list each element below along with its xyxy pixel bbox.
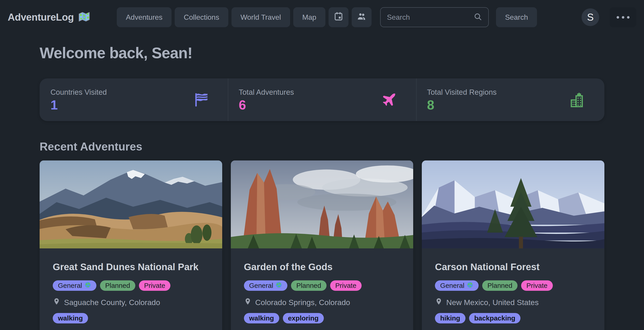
nav-world-travel-button[interactable]: World Travel xyxy=(232,7,290,27)
card-title: Great Sand Dunes National Park xyxy=(53,260,209,274)
visibility-badge: Private xyxy=(139,280,170,291)
map-pin-icon xyxy=(435,298,442,307)
map-icon xyxy=(78,11,90,23)
plane-icon xyxy=(381,92,397,108)
card-image-illustration xyxy=(422,160,604,248)
main-content: Welcome back, Sean! Countries Visited 1 … xyxy=(0,44,644,330)
nav-collections-button[interactable]: Collections xyxy=(175,7,228,27)
globe-icon xyxy=(84,281,91,290)
card-image-illustration xyxy=(231,160,414,248)
search-submit-button[interactable]: Search xyxy=(496,7,537,27)
city-icon xyxy=(568,91,586,108)
card-body: Great Sand Dunes National Park General xyxy=(40,248,222,330)
globe-icon xyxy=(276,281,282,290)
stat-label: Countries Visited xyxy=(50,88,107,97)
stat-value: 6 xyxy=(239,98,294,111)
card-body: Carson National Forest General xyxy=(422,248,604,330)
calendar-icon xyxy=(333,11,344,23)
status-badge: Planned xyxy=(482,280,518,291)
stat-value: 8 xyxy=(427,98,497,111)
adventure-card[interactable]: Carson National Forest General xyxy=(422,160,604,330)
more-menu-button[interactable] xyxy=(610,7,636,27)
adventure-card[interactable]: Garden of the Gods General xyxy=(231,160,414,330)
flag-icon xyxy=(194,92,209,107)
search-input[interactable] xyxy=(386,13,469,22)
ellipsis-icon xyxy=(616,16,630,19)
search-field xyxy=(380,7,489,27)
adventure-cards: Great Sand Dunes National Park General xyxy=(40,160,604,330)
stat-countries-visited: Countries Visited 1 xyxy=(40,78,228,121)
location-row: Saguache County, Colorado xyxy=(53,298,209,307)
tag-badge: exploring xyxy=(283,313,324,323)
stat-total-visited-regions: Total Visited Regions 8 xyxy=(416,78,604,121)
users-icon xyxy=(356,11,367,23)
location-row: New Mexico, United States xyxy=(435,298,591,307)
recent-adventures-heading: Recent Adventures xyxy=(40,140,604,153)
app-logo[interactable]: AdventureLog xyxy=(8,11,90,23)
badge-row: General Planned Private xyxy=(244,280,400,291)
tag-badge: hiking xyxy=(435,313,465,323)
avatar-initial: S xyxy=(587,12,594,23)
navbar-right: S xyxy=(582,7,636,27)
status-badge: Planned xyxy=(100,280,135,291)
stat-total-adventures: Total Adventures 6 xyxy=(228,78,416,121)
location-text: Saguache County, Colorado xyxy=(64,298,160,307)
globe-icon xyxy=(466,281,474,290)
users-button[interactable] xyxy=(352,7,372,27)
map-pin-icon xyxy=(53,298,60,307)
nav-adventures-button[interactable]: Adventures xyxy=(117,7,172,27)
location-text: New Mexico, United States xyxy=(446,298,538,307)
app-title: AdventureLog xyxy=(8,12,74,23)
adventure-card[interactable]: Great Sand Dunes National Park General xyxy=(40,160,222,330)
search-icon xyxy=(474,12,482,22)
badge-row: General Planned Private xyxy=(53,280,209,291)
badge-row: General Planned Private xyxy=(435,280,591,291)
nav-links: Adventures Collections World Travel Map xyxy=(117,7,537,27)
welcome-heading: Welcome back, Sean! xyxy=(40,44,604,62)
tag-badge: walking xyxy=(53,313,88,323)
category-badge: General xyxy=(435,280,478,291)
location-row: Colorado Springs, Colorado xyxy=(244,298,400,307)
avatar[interactable]: S xyxy=(582,8,599,26)
tag-row: hiking backpacking xyxy=(435,313,591,323)
tag-row: walking xyxy=(53,313,209,323)
tag-row: walking exploring xyxy=(244,313,400,323)
nav-map-button[interactable]: Map xyxy=(293,7,326,27)
card-body: Garden of the Gods General xyxy=(231,248,414,330)
location-text: Colorado Springs, Colorado xyxy=(255,298,350,307)
category-badge: General xyxy=(53,280,96,291)
card-title: Garden of the Gods xyxy=(244,260,400,274)
status-badge: Planned xyxy=(291,280,326,291)
stats-panel: Countries Visited 1 Total Adventures 6 xyxy=(40,78,604,121)
card-title: Carson National Forest xyxy=(435,260,591,274)
card-image-illustration xyxy=(40,160,222,248)
category-badge: General xyxy=(244,280,288,291)
stat-label: Total Visited Regions xyxy=(427,88,497,97)
stat-label: Total Adventures xyxy=(239,88,294,97)
navbar: AdventureLog Adventures Collections Worl… xyxy=(0,0,644,35)
map-pin-icon xyxy=(244,298,252,307)
tag-badge: walking xyxy=(244,313,279,323)
tag-badge: backpacking xyxy=(469,313,521,323)
visibility-badge: Private xyxy=(330,280,362,291)
calendar-button[interactable] xyxy=(328,7,348,27)
stat-value: 1 xyxy=(50,98,107,111)
visibility-badge: Private xyxy=(521,280,552,291)
